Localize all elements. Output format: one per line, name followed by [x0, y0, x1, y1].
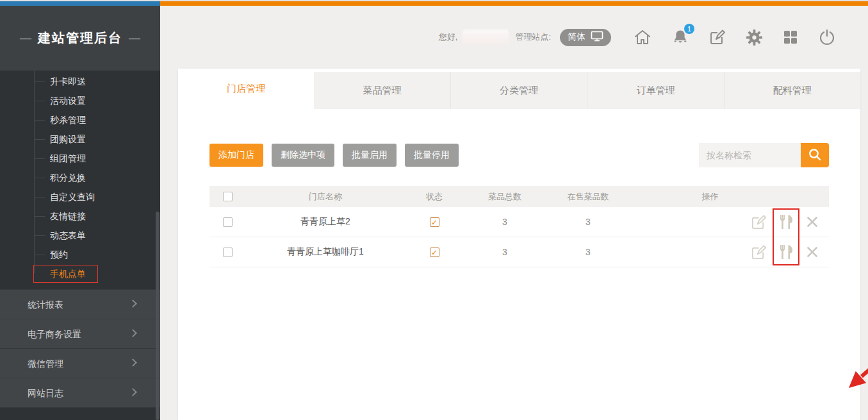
chevron-right-icon	[129, 388, 137, 396]
delete-x-icon[interactable]	[806, 246, 819, 258]
col-header-total: 菜品总数	[463, 191, 546, 203]
sidebar-item-points-exchange[interactable]: 积分兑换	[0, 168, 160, 187]
sidebar-item-card-gift[interactable]: 升卡即送	[0, 72, 160, 91]
sidebar-section-statistics[interactable]: 统计报表	[0, 289, 160, 319]
greeting-text: 您好,	[439, 31, 458, 43]
notification-badge: 1	[684, 24, 694, 34]
col-header-onsale: 在售菜品数	[546, 191, 630, 203]
tab-dish-management[interactable]: 菜品管理	[314, 72, 450, 109]
select-all-checkbox[interactable]	[223, 192, 233, 201]
search-box	[699, 143, 829, 167]
batch-enable-button[interactable]: 批量启用	[343, 144, 397, 167]
sidebar-item-groupbuy[interactable]: 团购设置	[0, 130, 160, 149]
sidebar-item-group-manage[interactable]: 组团管理	[0, 149, 160, 168]
sidebar-item-flashsale[interactable]: 秒杀管理	[0, 110, 160, 130]
store-name: 青青原上草咖啡厅1	[245, 246, 405, 258]
sidebar-sections: 统计报表 电子商务设置 微信管理 网站日志	[0, 289, 160, 408]
compose-icon[interactable]	[708, 28, 726, 46]
sidebar-section-wechat[interactable]: 微信管理	[0, 348, 160, 378]
sidebar-item-dynamic-forms[interactable]: 动态表单	[0, 226, 160, 245]
col-header-name: 门店名称	[245, 191, 405, 203]
monitor-icon	[591, 31, 603, 44]
home-icon[interactable]	[633, 28, 652, 46]
bell-icon[interactable]: 1	[671, 28, 689, 46]
main-header: 您好, 管理站点: 简体	[160, 6, 868, 69]
main-area: 您好, 管理站点: 简体	[160, 6, 868, 420]
chevron-right-icon	[129, 299, 137, 308]
sidebar-item-custom-query[interactable]: 自定义查询	[0, 187, 160, 206]
sidebar-item-activity-settings[interactable]: 活动设置	[0, 91, 160, 110]
table-header-row: 门店名称 状态 菜品总数 在售菜品数 操作	[209, 186, 829, 207]
header-icons: 1	[633, 28, 836, 46]
edit-icon[interactable]	[750, 244, 767, 261]
batch-disable-button[interactable]: 批量停用	[405, 144, 459, 167]
edit-icon[interactable]	[750, 214, 767, 231]
dish-onsale: 3	[546, 217, 630, 227]
sidebar-item-friend-links[interactable]: 友情链接	[0, 206, 160, 226]
add-store-button[interactable]: 添加门店	[209, 144, 263, 167]
app-title: 建站管理后台	[38, 29, 122, 47]
row-checkbox[interactable]	[223, 248, 233, 257]
tab-bar: 门店管理 菜品管理 分类管理 订单管理 配料管理	[178, 69, 860, 109]
sidebar-section-ecommerce[interactable]: 电子商务设置	[0, 319, 160, 348]
search-input[interactable]	[699, 143, 801, 167]
fork-knife-icon[interactable]	[777, 213, 796, 231]
sidebar: — 建站管理后台 — 升卡即送 活动设置 秒杀管理 团购设置 组团管理 积分兑换…	[0, 6, 160, 420]
chevron-right-icon	[129, 358, 137, 367]
dish-total: 3	[463, 247, 546, 257]
col-header-ops: 操作	[630, 191, 829, 203]
table-row: 青青原上草咖啡厅1 ✓ 3 3	[209, 237, 829, 267]
row-checkbox[interactable]	[223, 217, 233, 227]
gear-icon[interactable]	[746, 29, 763, 46]
tab-category-management[interactable]: 分类管理	[450, 72, 587, 109]
power-icon[interactable]	[818, 28, 836, 46]
redacted-username	[463, 29, 509, 45]
top-color-bar	[0, 0, 868, 6]
title-dash-left: —	[20, 31, 31, 45]
tab-order-management[interactable]: 订单管理	[587, 72, 723, 109]
delete-selected-button[interactable]: 删除选中项	[272, 144, 334, 167]
search-icon	[807, 147, 823, 164]
sidebar-item-reservation[interactable]: 预约	[0, 245, 160, 264]
sidebar-scrollbar-thumb[interactable]	[156, 212, 160, 420]
status-checkbox[interactable]: ✓	[430, 217, 439, 227]
sidebar-section-sitelogs[interactable]: 网站日志	[0, 378, 160, 407]
search-button[interactable]	[801, 143, 829, 167]
language-pill-button[interactable]: 简体	[560, 29, 611, 46]
sidebar-item-mobile-ordering[interactable]: 手机点单	[33, 265, 98, 283]
dish-total: 3	[463, 217, 546, 227]
toolbar: 添加门店 删除选中项 批量启用 批量停用	[209, 143, 829, 167]
status-checkbox[interactable]: ✓	[430, 248, 439, 257]
sidebar-header: — 建站管理后台 —	[0, 6, 160, 71]
manage-site-label: 管理站点:	[515, 31, 551, 43]
sidebar-submenu: 升卡即送 活动设置 秒杀管理 团购设置 组团管理 积分兑换 自定义查询 友情链接…	[0, 71, 160, 283]
delete-x-icon[interactable]	[806, 215, 819, 228]
table-row: 青青原上草2 ✓ 3 3	[209, 207, 829, 237]
store-name: 青青原上草2	[245, 216, 405, 228]
title-dash-right: —	[129, 31, 140, 45]
apps-grid-icon[interactable]	[782, 29, 799, 46]
store-table: 门店名称 状态 菜品总数 在售菜品数 操作 青青原上草2 ✓ 3 3	[209, 186, 829, 267]
tab-store-management[interactable]: 门店管理	[178, 69, 314, 109]
topbar-orange-segment	[160, 1, 868, 6]
card-body: 添加门店 删除选中项 批量启用 批量停用	[178, 143, 860, 267]
fork-knife-icon[interactable]	[777, 243, 796, 261]
col-header-status: 状态	[405, 191, 463, 203]
topbar-blue-segment	[0, 1, 160, 6]
dish-onsale: 3	[546, 247, 630, 257]
chevron-right-icon	[129, 329, 137, 337]
annotation-red-arrow	[844, 346, 868, 394]
content-card: 门店管理 菜品管理 分类管理 订单管理 配料管理 添加门店 删除选中项 批量启用…	[178, 69, 860, 420]
tab-ingredient-management[interactable]: 配料管理	[724, 72, 860, 109]
